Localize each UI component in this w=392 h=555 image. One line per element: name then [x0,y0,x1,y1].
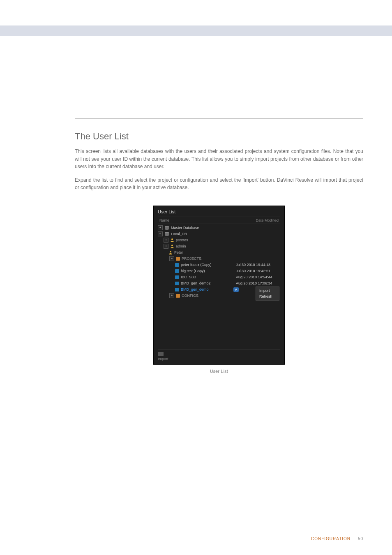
svg-point-6 [171,238,173,240]
status-badge: A [233,287,239,292]
project-name-selected: BMD_gen_demo [181,287,233,291]
db-local[interactable]: − Local_DB [158,231,280,237]
db-master[interactable]: + Master Database [158,225,280,231]
section-title: The User List [75,131,363,142]
user-list-panel: User List Name Date Modified + Master Da… [153,206,285,365]
panel-empty-area [158,299,280,347]
expand-icon[interactable]: + [164,238,168,243]
project-icon [175,282,179,285]
user-label: Peter [174,250,280,254]
context-menu[interactable]: Import Refresh [256,287,279,301]
project-date: Jul 30 2010 19:42:51 [236,269,280,273]
context-menu-refresh[interactable]: Refresh [256,294,279,299]
panel-title: User List [158,209,280,214]
import-button[interactable]: Import [158,352,280,361]
projects-folder[interactable]: − PROJECTS: [158,256,280,262]
project-row[interactable]: IBC_S3D Aug 20 2010 14:54:44 [158,274,280,280]
user-icon [170,238,174,242]
import-icon [158,352,164,356]
svg-point-7 [171,245,173,246]
user-icon [168,250,173,254]
project-date: Aug 20 2010 14:54:44 [236,275,280,279]
body-paragraph-1: This screen lists all available database… [75,148,363,171]
project-date: Jul 30 2010 19:44:18 [236,263,280,267]
project-icon [175,275,179,279]
project-row[interactable]: peter fedex (Copy) Jul 30 2010 19:44:18 [158,262,280,268]
user-label: postres [176,238,280,242]
body-paragraph-2: Expand the list to find and select the p… [75,176,363,192]
project-name: big test (Copy) [181,269,236,273]
collapse-icon[interactable]: − [169,256,174,261]
db-local-label: Local_DB [171,232,280,236]
page-content: The User List This screen lists all avai… [0,36,392,374]
project-row-selected[interactable]: BMD_gen_demo A 5:35 Import Refresh [158,287,280,293]
tree: + Master Database − Local_DB + [158,224,280,299]
column-header-name[interactable]: Name [159,218,169,222]
project-icon [175,269,179,273]
figure: User List Name Date Modified + Master Da… [75,206,363,374]
svg-point-8 [170,251,171,252]
expand-icon[interactable]: + [164,244,168,249]
database-icon [164,226,169,230]
panel-footer: Import [158,349,280,361]
project-name: IBC_S3D [181,275,236,279]
context-menu-import[interactable]: Import [256,288,279,294]
collapse-icon[interactable]: − [158,231,163,236]
project-icon [175,288,179,291]
project-row[interactable]: BMD_gen_demo2 Aug 20 2010 17:06:34 [158,280,280,287]
svg-point-5 [165,234,169,236]
column-header-row: Name Date Modified [158,217,280,224]
header-band [0,25,392,36]
db-master-label: Master Database [171,226,280,230]
user-row[interactable]: + admin [158,243,280,250]
project-name: peter fedex (Copy) [181,263,236,267]
expand-icon[interactable]: + [158,225,163,230]
section-divider [75,118,363,119]
import-button-label: Import [158,357,168,361]
user-row-expanded[interactable]: Peter [158,250,280,256]
user-row[interactable]: + postres [158,237,280,243]
project-icon [175,263,179,267]
project-row[interactable]: big test (Copy) Jul 30 2010 19:42:51 [158,268,280,274]
user-icon [170,244,174,248]
folder-icon [176,257,180,261]
figure-caption: User List [210,369,228,374]
project-date: Aug 20 2010 17:06:34 [236,281,280,285]
user-label: admin [176,244,280,248]
project-name: BMD_gen_demo2 [181,281,236,285]
expand-icon[interactable]: + [169,293,174,298]
projects-label: PROJECTS: [182,257,280,261]
svg-point-2 [165,228,169,230]
folder-icon [176,294,180,298]
column-header-date[interactable]: Date Modified [256,218,279,222]
database-icon [164,232,169,236]
